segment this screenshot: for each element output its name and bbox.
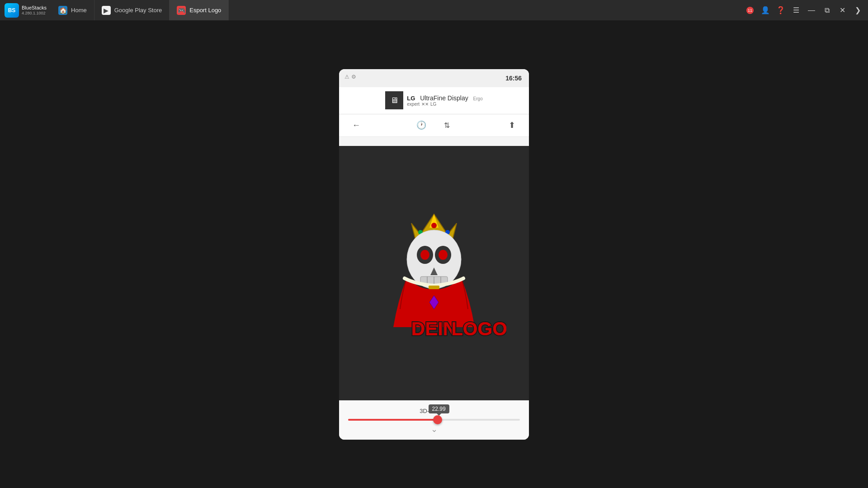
ad-store2: LG <box>430 102 436 107</box>
bluestacks-logo: BS BlueStacks 4.280.1.1002 <box>0 3 51 18</box>
restore-button[interactable]: ⧉ <box>820 4 834 17</box>
play-tab-label: Google Play Store <box>114 7 162 14</box>
white-strip <box>339 137 529 146</box>
svg-point-9 <box>439 250 448 260</box>
sort-button[interactable]: ⇅ <box>439 117 455 133</box>
history-button[interactable]: 🕐 <box>413 117 429 133</box>
ad-product-icon: 🖥 <box>385 91 403 109</box>
bluestacks-text: BlueStacks 4.280.1.1002 <box>22 5 47 16</box>
ad-text: LG UltraFine Display Ergo expert ✕✕ LG <box>407 94 482 107</box>
tab-home[interactable]: 🏠 Home <box>51 0 94 20</box>
back-icon: ← <box>352 121 360 130</box>
slider-fill <box>348 419 438 421</box>
logo-svg: DEIN DEIN LOGO LOGO <box>362 201 506 345</box>
share-icon: ⬆ <box>509 120 515 130</box>
controls-panel: 3D-Drehen 22.99 ⌄ <box>339 400 529 440</box>
close-button[interactable]: ✕ <box>835 4 849 17</box>
ad-model: UltraFine Display <box>420 94 468 102</box>
status-time: 16:56 <box>505 75 522 82</box>
svg-text:DEIN: DEIN <box>411 318 457 339</box>
phone-frame: ⚠ ⚙ 16:56 🖥 LG UltraFine Display Ergo <box>339 69 529 440</box>
bluestacks-version: 4.280.1.1002 <box>22 11 47 16</box>
back-button[interactable]: ← <box>348 117 364 133</box>
ad-logos: expert ✕✕ LG <box>407 102 482 107</box>
svg-point-2 <box>431 223 437 228</box>
notification-badge: 11 <box>746 7 754 14</box>
play-tab-icon: ▶ <box>102 6 111 15</box>
ad-tag: Ergo <box>473 96 483 101</box>
help-button[interactable]: ❓ <box>774 4 788 17</box>
svg-point-8 <box>420 250 429 260</box>
titlebar-controls: 11 👤 ❓ ☰ — ⧉ ✕ ❯ <box>743 4 868 17</box>
history-icon: 🕐 <box>416 120 426 130</box>
ad-logo-separator: ✕✕ <box>421 102 429 107</box>
esport-tab-label: Esport Logo <box>189 7 221 14</box>
bluestacks-name: BlueStacks <box>22 5 47 11</box>
tab-esport-logo[interactable]: 🎮 Esport Logo <box>170 0 229 20</box>
bluestacks-icon: BS <box>5 3 19 18</box>
ad-brand: LG <box>407 95 415 102</box>
warning-icon: ⚠ <box>344 74 349 80</box>
slider-track[interactable] <box>348 419 520 421</box>
menu-button[interactable]: ☰ <box>789 4 803 17</box>
esport-tab-icon: 🎮 <box>177 6 186 15</box>
slider-tooltip: 22.99 <box>429 404 449 413</box>
ad-banner[interactable]: 🖥 LG UltraFine Display Ergo expert ✕✕ LG <box>339 87 529 114</box>
logo-display: DEIN DEIN LOGO LOGO <box>362 201 506 345</box>
toolbar-center: 🕐 ⇅ <box>413 117 455 133</box>
main-content: ⚠ ⚙ 16:56 🖥 LG UltraFine Display Ergo <box>0 20 868 488</box>
svg-rect-15 <box>429 286 439 289</box>
chevron-down-icon[interactable]: ⌄ <box>348 424 520 434</box>
status-bar: ⚠ ⚙ 16:56 <box>339 69 529 87</box>
sort-icon: ⇅ <box>444 121 450 130</box>
ad-content: 🖥 LG UltraFine Display Ergo expert ✕✕ LG <box>385 91 482 109</box>
home-tab-icon: 🏠 <box>58 6 67 15</box>
home-tab-label: Home <box>71 7 87 14</box>
titlebar: BS BlueStacks 4.280.1.1002 🏠 Home ▶ Goog… <box>0 0 868 20</box>
ad-store1: expert <box>407 102 420 107</box>
account-button[interactable]: 👤 <box>759 4 772 17</box>
svg-text:LOGO: LOGO <box>451 318 506 339</box>
slider-thumb[interactable] <box>433 415 442 424</box>
canvas-area[interactable]: DEIN DEIN LOGO LOGO <box>339 146 529 400</box>
tab-google-play[interactable]: ▶ Google Play Store <box>94 0 170 20</box>
minimize-button[interactable]: — <box>805 4 818 17</box>
slider-container[interactable]: 22.99 <box>348 419 520 421</box>
share-button[interactable]: ⬆ <box>504 117 520 133</box>
notification-button[interactable]: 11 <box>743 4 757 17</box>
expand-button[interactable]: ❯ <box>851 4 864 17</box>
app-toolbar: ← 🕐 ⇅ ⬆ <box>339 114 529 137</box>
settings-small-icon: ⚙ <box>351 74 356 80</box>
